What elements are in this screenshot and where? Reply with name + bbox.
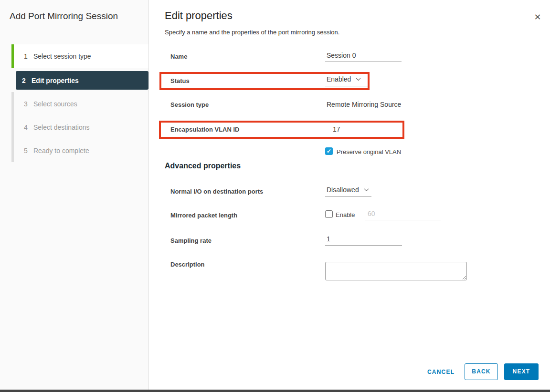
status-value: Enabled bbox=[327, 75, 351, 83]
step-select-session-type[interactable]: 1 Select session type bbox=[11, 44, 148, 68]
chevron-down-icon bbox=[364, 186, 369, 191]
step-label: Select destinations bbox=[33, 124, 90, 131]
advanced-properties-heading: Advanced properties bbox=[165, 162, 241, 170]
encapsulation-vlan-value[interactable]: 17 bbox=[333, 125, 340, 133]
step-number: 3 bbox=[24, 100, 33, 108]
normal-io-value: Disallowed bbox=[327, 186, 359, 194]
status-dropdown[interactable]: Enabled bbox=[325, 75, 369, 86]
step-number: 4 bbox=[24, 124, 33, 131]
mirrored-packet-length-input[interactable] bbox=[365, 210, 441, 220]
step-label: Select session type bbox=[33, 52, 91, 60]
step-select-sources: 3 Select sources bbox=[14, 92, 148, 115]
status-label: Status bbox=[170, 77, 190, 84]
page-subtitle: Specify a name and the properties of the… bbox=[165, 29, 339, 36]
encapsulation-vlan-label: Encapsulation VLAN ID bbox=[170, 126, 239, 133]
wizard-steps: 1 Select session type 2 Edit properties … bbox=[11, 44, 148, 162]
description-label: Description bbox=[170, 261, 205, 268]
preserve-vlan-checkbox[interactable]: ✓ bbox=[325, 147, 333, 155]
step-number: 5 bbox=[24, 147, 33, 155]
cancel-button[interactable]: CANCEL bbox=[427, 369, 455, 375]
mirrored-length-enable-checkbox[interactable] bbox=[325, 210, 333, 218]
step-edit-properties[interactable]: 2 Edit properties bbox=[16, 71, 148, 90]
sampling-rate-label: Sampling rate bbox=[170, 237, 212, 244]
next-button[interactable]: NEXT bbox=[504, 363, 539, 380]
step-number: 1 bbox=[24, 52, 33, 60]
step-ready-to-complete: 5 Ready to complete bbox=[14, 139, 148, 162]
step-label: Select sources bbox=[33, 100, 77, 108]
window-bottom-edge bbox=[0, 390, 550, 392]
step-select-destinations: 4 Select destinations bbox=[14, 115, 148, 139]
description-textarea[interactable] bbox=[325, 262, 467, 280]
mirrored-packet-length-label: Mirrored packet length bbox=[170, 212, 237, 219]
add-port-mirroring-dialog: Add Port Mirroring Session 1 Select sess… bbox=[0, 0, 550, 392]
step-label: Ready to complete bbox=[33, 147, 89, 155]
step-label: Edit properties bbox=[32, 77, 79, 84]
back-button[interactable]: BACK bbox=[465, 363, 498, 380]
chevron-down-icon bbox=[356, 76, 361, 81]
page-title: Edit properties bbox=[165, 10, 233, 22]
session-type-value: Remote Mirroring Source bbox=[327, 101, 401, 108]
wizard-sidebar: Add Port Mirroring Session 1 Select sess… bbox=[0, 0, 149, 392]
check-icon: ✓ bbox=[327, 148, 331, 155]
mirrored-length-enable-label: Enable bbox=[336, 211, 355, 218]
session-type-label: Session type bbox=[170, 101, 209, 108]
normal-io-dropdown[interactable]: Disallowed bbox=[325, 186, 371, 197]
preserve-vlan-label: Preserve original VLAN bbox=[337, 148, 401, 155]
name-label: Name bbox=[170, 53, 187, 60]
name-input[interactable] bbox=[325, 52, 402, 62]
edit-properties-panel: Edit properties Specify a name and the p… bbox=[149, 0, 550, 392]
step-number: 2 bbox=[22, 77, 32, 84]
sampling-rate-input[interactable] bbox=[325, 235, 402, 246]
upcoming-steps: 3 Select sources 4 Select destinations 5… bbox=[11, 92, 148, 162]
wizard-title: Add Port Mirroring Session bbox=[10, 10, 129, 22]
normal-io-label: Normal I/O on destination ports bbox=[170, 188, 263, 195]
close-icon[interactable]: ✕ bbox=[531, 10, 544, 24]
